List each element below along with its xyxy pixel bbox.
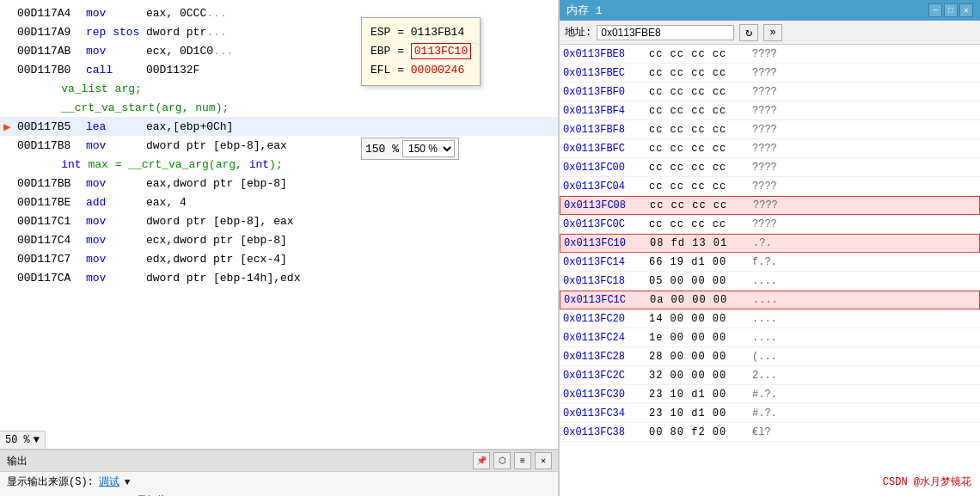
code-addr: 00D117A9 [17, 26, 86, 39]
efl-register-row: EFL = 00000246 [371, 61, 471, 80]
code-operands: eax, 0CCC... [146, 7, 227, 20]
code-line: 00D117C7 mov edx,dword ptr [ecx-4] [0, 249, 558, 268]
address-refresh-btn[interactable]: ↻ [739, 24, 758, 41]
memory-row: 0x0113FBF8 cc cc cc cc ???? [560, 120, 980, 139]
code-instr: mov [86, 45, 146, 58]
address-label: 地址: [565, 25, 591, 40]
code-operands: ecx, 0D1C0... [146, 45, 233, 58]
mem-addr: 0x0113FC30 [563, 389, 649, 401]
mem-addr: 0x0113FBEC [563, 67, 649, 79]
mem-bytes: cc cc cc cc [649, 181, 752, 193]
memory-row-highlighted: 0x0113FC08 cc cc cc cc ???? [560, 196, 980, 215]
mem-addr: 0x0113FC0C [563, 218, 649, 230]
output-close-btn[interactable]: ✕ [535, 452, 552, 469]
mem-addr: 0x0113FC04 [563, 181, 649, 193]
ebp-value: 0113FC10 [411, 43, 471, 59]
ebp-register-row: EBP = 0113FC10 [371, 42, 471, 61]
address-more-btn[interactable]: » [763, 24, 782, 41]
mem-addr: 0x0113FC14 [563, 256, 649, 268]
mem-chars: ???? [752, 67, 777, 79]
code-addr: 00D117C7 [17, 253, 86, 266]
source-code: va_list arg; [17, 83, 142, 95]
code-instr: mov [86, 215, 146, 228]
code-operands: edx,dword ptr [ecx-4] [146, 253, 287, 266]
mem-addr: 0x0113FBE8 [563, 48, 649, 60]
memory-row: 0x0113FC2C 32 00 00 00 2... [560, 366, 980, 385]
arrow-indicator [3, 176, 17, 190]
code-instr: mov [86, 177, 146, 190]
code-instr: mov [86, 272, 146, 285]
mem-addr: 0x0113FC00 [563, 162, 649, 174]
output-wrap-btn[interactable]: ≡ [514, 452, 531, 469]
code-instr: mov [86, 253, 146, 266]
zoom-dropdown[interactable]: 150 % 100 % 75 % 50 % 200 % [402, 140, 455, 157]
output-source-dropdown[interactable]: ▼ [125, 477, 131, 487]
code-line: int max = __crt_va_arg(arg, int); [0, 155, 558, 174]
output-copy-btn[interactable]: ⬡ [493, 452, 511, 469]
memory-row: 0x0113FC24 1e 00 00 00 .... [560, 328, 980, 347]
code-instr: add [86, 196, 146, 209]
output-pin-btn[interactable]: 📌 [473, 452, 490, 469]
mem-bytes: cc cc cc cc [649, 105, 752, 117]
mem-bytes: 23 10 d1 00 [649, 389, 752, 401]
memory-minimize-btn[interactable]: ─ [928, 3, 942, 17]
memory-row: 0x0113FC0C cc cc cc cc ???? [560, 215, 980, 234]
code-line: __crt_va_start(arg, num); [0, 98, 558, 117]
code-line: 00D117BB mov eax,dword ptr [ebp-8] [0, 174, 558, 193]
code-addr: 00D117B8 [17, 139, 86, 152]
output-source-value[interactable]: 调试 [99, 475, 119, 489]
mem-addr: 0x0113FC20 [563, 313, 649, 325]
arrow-indicator [3, 44, 17, 58]
address-input[interactable] [597, 25, 734, 40]
current-arrow: ▶ [3, 119, 17, 134]
memory-titlebar: 内存 1 ─ □ ✕ [560, 0, 980, 21]
mem-chars: ???? [752, 124, 777, 136]
mem-bytes: cc cc cc cc [649, 162, 752, 174]
code-instr: mov [86, 234, 146, 247]
mem-addr: 0x0113FC38 [563, 426, 649, 438]
code-operands: dword ptr [ebp-8], eax [146, 215, 294, 228]
code-operands: eax,[ebp+0Ch] [146, 120, 233, 133]
memory-row: 0x0113FC18 05 00 00 00 .... [560, 272, 980, 291]
code-addr: 00D117B0 [17, 64, 86, 77]
mem-chars: ???? [752, 86, 777, 98]
arrow-indicator [3, 271, 17, 285]
arrow-indicator [3, 252, 17, 266]
arrow-indicator [3, 63, 17, 77]
memory-row: 0x0113FC38 00 80 f2 00 €l? [560, 423, 980, 442]
mem-chars: .... [752, 313, 777, 325]
ebp-label: EBP = [371, 45, 411, 58]
arrow-indicator [3, 25, 17, 39]
arrow-indicator [3, 157, 17, 171]
arrow-indicator [3, 233, 17, 247]
mem-chars: (... [752, 351, 777, 363]
code-addr: 00D117BB [17, 177, 86, 190]
output-title: 输出 [7, 454, 28, 468]
code-operands: dword ptr [ebp-8],eax [146, 139, 287, 152]
efl-label: EFL = [371, 64, 411, 77]
code-line: 00D117C1 mov dword ptr [ebp-8], eax [0, 211, 558, 230]
arrow-indicator [3, 214, 17, 228]
memory-close-btn[interactable]: ✕ [959, 3, 973, 17]
code-line-current: ▶ 00D117B5 lea eax,[ebp+0Ch] [0, 117, 558, 136]
bottom-zoom-dropdown-icon[interactable]: ▼ [34, 434, 40, 446]
code-operands: dword ptr... [146, 26, 227, 39]
mem-chars: ???? [752, 143, 777, 155]
mem-bytes: cc cc cc cc [649, 48, 752, 60]
watermark: CSDN @水月梦镜花 [883, 475, 971, 489]
mem-bytes: cc cc cc cc [649, 86, 752, 98]
code-addr: 00D117C1 [17, 215, 86, 228]
memory-row: 0x0113FBE8 cc cc cc cc ???? [560, 45, 980, 64]
mem-chars: ???? [752, 181, 777, 193]
memory-row: 0x0113FBF4 cc cc cc cc ???? [560, 101, 980, 120]
code-addr: 00D117B5 [17, 120, 86, 133]
code-addr: 00D117BE [17, 196, 86, 209]
mem-bytes: 66 19 d1 00 [649, 256, 752, 268]
mem-addr: 0x0113FBF8 [563, 124, 649, 136]
memory-row-highlighted: 0x0113FC10 08 fd 13 01 .?. [560, 234, 980, 253]
arrow-indicator [3, 82, 17, 95]
mem-chars: 2... [752, 370, 777, 382]
memory-content: 0x0113FBE8 cc cc cc cc ???? 0x0113FBEC c… [560, 45, 980, 496]
memory-restore-btn[interactable]: □ [944, 3, 958, 17]
memory-row: 0x0113FBEC cc cc cc cc ???? [560, 64, 980, 83]
